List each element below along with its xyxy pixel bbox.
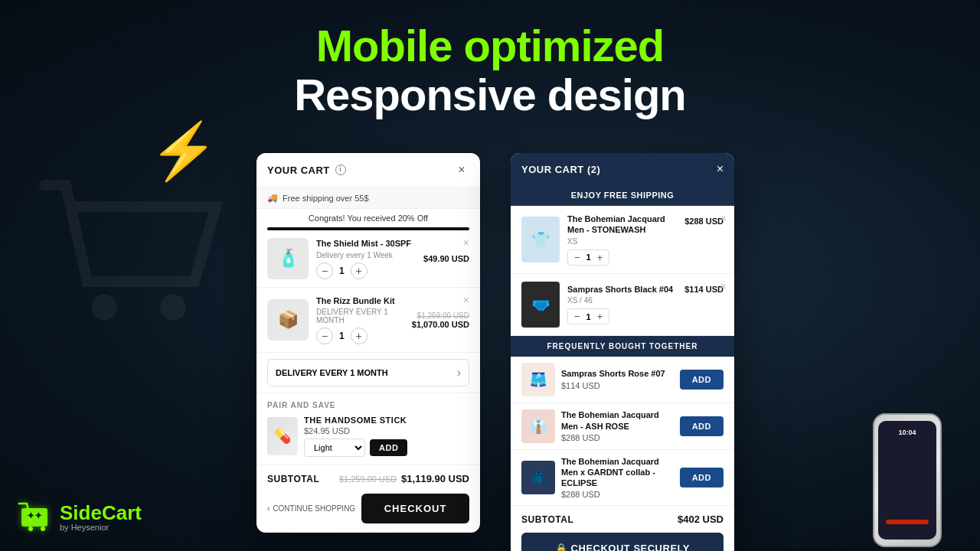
fbt-add-button-1[interactable]: ADD <box>680 370 724 390</box>
fbt-add-button-3[interactable]: ADD <box>680 468 724 487</box>
phone-mockup: 10:04 <box>873 413 949 551</box>
cart-item-2-name: The Rizz Bundle Kit <box>316 295 404 306</box>
delivery-select-value: DELIVERY EVERY 1 MONTH <box>276 368 388 377</box>
logo-text-area: SideCart by Heysenior <box>60 503 142 532</box>
svg-text:✦✦: ✦✦ <box>27 510 42 521</box>
pair-save-name: THE HANDSOME STICK <box>304 416 469 425</box>
fbt-price-3: $288 USD <box>561 490 674 499</box>
subtotal-price-right: $402 USD <box>678 514 724 525</box>
right-cart-variant-1: XS <box>567 237 677 246</box>
header-line2: Responsive design <box>0 70 980 119</box>
logo-name-main: Cart <box>102 501 142 524</box>
right-cart-img-1: 👕 <box>521 217 560 262</box>
qty-increase-2[interactable]: + <box>351 328 368 344</box>
logo-area: ✦✦ SideCart by Heysenior <box>15 494 142 540</box>
right-cart-info-2: Sampras Shorts Black #04 XS / 46 − 1 + <box>567 284 677 324</box>
pair-save-variant-row: Light ADD <box>304 439 469 457</box>
right-cart-info-1: The Bohemian Jacquard Men - STONEWASH XS… <box>567 214 677 266</box>
phone-red-bar <box>886 520 929 524</box>
cart-item-1-info: The Shield Mist - 30SPF Delivery every 1… <box>316 238 416 279</box>
phone-body: 10:04 <box>873 413 942 547</box>
cart-item-2-info: The Rizz Bundle Kit DELIVERY EVERY 1 MON… <box>316 295 404 344</box>
right-cart-variant-2: XS / 46 <box>567 296 677 305</box>
chevron-left-icon: ‹ <box>267 504 270 513</box>
cart-item-2-image: 📦 <box>267 299 309 341</box>
subtotal-row-left: SUBTOTAL $1,259.00 USD $1,119.90 USD <box>256 465 480 489</box>
cart-item-1-image: 🧴 <box>267 238 309 279</box>
right-remove-1[interactable]: × <box>720 212 727 224</box>
cart-item-2-price: $1,070.00 USD <box>412 320 469 329</box>
right-cart-name-1: The Bohemian Jacquard Men - STONEWASH <box>567 214 677 236</box>
logo-cart-icon: ✦✦ <box>15 494 54 540</box>
right-qty-decrease-1[interactable]: − <box>573 252 582 263</box>
qty-controls-right-2: − 1 + <box>567 308 609 324</box>
right-qty-increase-2[interactable]: + <box>596 311 605 322</box>
fbt-item-3: 🧥 The Bohemian Jacquard Men x GARDNT col… <box>511 450 734 507</box>
qty-controls-right-1: − 1 + <box>567 249 609 266</box>
svg-point-0 <box>92 295 118 321</box>
logo-name: SideCart <box>60 503 142 523</box>
cart-item-1-remove[interactable]: × <box>463 236 469 249</box>
right-cart-item-2: 🩲 Sampras Shorts Black #04 XS / 46 − 1 +… <box>511 274 734 336</box>
right-remove-2[interactable]: × <box>720 280 727 292</box>
pair-save-section: PAIR AND SAVE 💊 THE HANDSOME STICK $24.9… <box>256 393 480 465</box>
pair-save-item: 💊 THE HANDSOME STICK $24.95 USD Light AD… <box>267 416 469 457</box>
qty-value-2: 1 <box>339 331 345 341</box>
cart-left-close-button[interactable]: × <box>454 162 469 178</box>
cart-right-close-button[interactable]: × <box>717 162 724 176</box>
congrats-bar: Congrats! You received 20% Off <box>256 209 480 223</box>
subtotal-new-price: $1,119.90 USD <box>401 473 469 484</box>
qty-decrease-2[interactable]: − <box>316 328 333 344</box>
cart-item-1-sub: Delivery every 1 Week <box>316 251 416 259</box>
continue-shopping-button[interactable]: ‹ CONTINUE SHOPPING <box>267 504 355 513</box>
qty-controls-1: − 1 + <box>316 262 416 279</box>
cart-right-panel: YOUR CART (2) × ENJOY FREE SHIPPING 👕 Th… <box>511 153 734 551</box>
checkout-button-left[interactable]: CHECKOUT <box>361 494 469 523</box>
fbt-name-2: The Bohemian Jacquard Men - ASH ROSE <box>561 409 674 432</box>
right-cart-price-1: $288 USD <box>684 217 724 226</box>
svg-point-6 <box>41 527 45 531</box>
qty-increase-1[interactable]: + <box>351 262 368 279</box>
subtotal-row-right: SUBTOTAL $402 USD <box>511 506 734 530</box>
phone-time: 10:04 <box>898 429 916 436</box>
pair-add-button[interactable]: ADD <box>370 439 407 456</box>
fbt-title: FREQUENTLY BOUGHT TOGETHER <box>521 342 724 350</box>
qty-controls-2: − 1 + <box>316 328 404 344</box>
delivery-select[interactable]: DELIVERY EVERY 1 MONTH › <box>267 359 469 386</box>
logo-sub: by Heysenior <box>60 523 142 532</box>
cart-info-icon: i <box>335 165 346 175</box>
cart-item-2: 📦 The Rizz Bundle Kit DELIVERY EVERY 1 M… <box>256 288 480 353</box>
bg-cart-decoration <box>23 153 237 370</box>
qty-decrease-1[interactable]: − <box>316 262 333 279</box>
phone-screen: 10:04 <box>878 421 936 540</box>
fbt-add-button-2[interactable]: ADD <box>680 416 724 436</box>
right-cart-name-2: Sampras Shorts Black #04 <box>567 284 677 295</box>
subtotal-label-right: SUBTOTAL <box>521 514 573 525</box>
right-qty-increase-1[interactable]: + <box>596 252 605 263</box>
fbt-price-1: $114 USD <box>561 381 674 390</box>
qty-value-1: 1 <box>339 266 345 276</box>
fbt-item-1: 🩳 Sampras Shorts Rose #07 $114 USD ADD <box>511 357 734 403</box>
fbt-name-3: The Bohemian Jacquard Men x GARDNT colla… <box>561 456 674 489</box>
cart-item-2-price-area: $1,259.00 USD $1,070.00 USD <box>412 311 469 329</box>
checkout-secure-button[interactable]: 🔒 CHECKOUT SECURELY <box>521 533 724 551</box>
cart-item-2-remove[interactable]: × <box>463 294 469 306</box>
fbt-item-2: 👔 The Bohemian Jacquard Men - ASH ROSE $… <box>511 403 734 450</box>
fbt-img-1: 🩳 <box>521 363 555 396</box>
header: Mobile optimized Responsive design <box>0 0 980 119</box>
cart-left-header: YOUR CART i × <box>256 153 480 187</box>
subtotal-old-price: $1,259.00 USD <box>339 474 397 484</box>
right-cart-price-2: $114 USD <box>684 285 724 294</box>
pair-save-price: $24.95 USD <box>304 426 469 435</box>
right-qty-value-2: 1 <box>586 312 591 321</box>
right-cart-item-1: 👕 The Bohemian Jacquard Men - STONEWASH … <box>511 206 734 274</box>
cart-footer-left: ‹ CONTINUE SHOPPING CHECKOUT <box>256 489 480 533</box>
right-qty-decrease-2[interactable]: − <box>573 311 582 322</box>
subtotal-prices-left: $1,259.00 USD $1,119.90 USD <box>339 473 469 484</box>
pair-save-info: THE HANDSOME STICK $24.95 USD Light ADD <box>304 416 469 457</box>
pair-save-image: 💊 <box>267 417 298 455</box>
free-shipping-banner-left: 🚚 Free shipping over 55$ <box>256 187 480 209</box>
variant-select[interactable]: Light <box>304 439 365 457</box>
pair-save-title: PAIR AND SAVE <box>267 401 469 409</box>
delivery-chevron-icon: › <box>457 366 461 380</box>
